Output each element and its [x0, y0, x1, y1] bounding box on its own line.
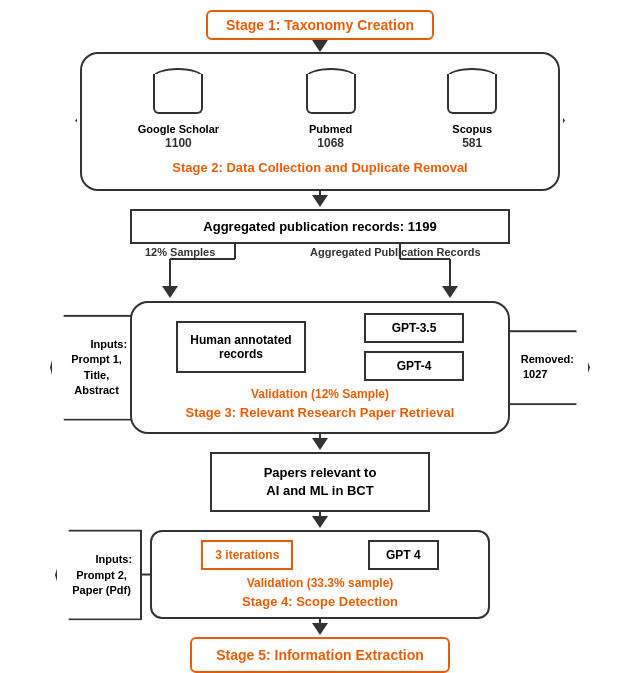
- stage1-box: Stage 1: Taxonomy Creation: [206, 10, 434, 40]
- stage4-left-input: Inputs: Prompt 2, Paper (Pdf): [55, 529, 152, 620]
- stage1-label: Stage 1: Taxonomy Creation: [226, 17, 414, 33]
- svg-text:Aggregated Publication Records: Aggregated Publication Records: [310, 246, 481, 258]
- papers-box: Papers relevant to AI and ML in BCT: [210, 452, 430, 512]
- stage5-label: Stage 5: Information Extraction: [216, 647, 424, 663]
- gpt35-box: GPT-3.5: [364, 313, 464, 343]
- stage4-container: 3 iterations GPT 4 Validation (33.3% sam…: [150, 530, 490, 619]
- split-arrows-area: 12% Samples Aggregated Publication Recor…: [130, 244, 510, 299]
- db-scopus: Scopus 581: [442, 64, 502, 150]
- main-diagram: Stage 1: Taxonomy Creation Input: Titles…: [10, 10, 630, 673]
- stage4-inner-row: 3 iterations GPT 4: [164, 540, 476, 570]
- db-count-google: 1100: [165, 136, 192, 150]
- db-count-scopus: 581: [462, 136, 482, 150]
- stage4-outer: Inputs: Prompt 2, Paper (Pdf) 3 iteratio…: [50, 530, 590, 619]
- stage5-box: Stage 5: Information Extraction: [190, 637, 450, 673]
- aggregated-box: Aggregated publication records: 1199: [130, 209, 510, 244]
- db-pubmed: Pubmed 1068: [301, 64, 361, 150]
- db-count-pubmed: 1068: [317, 136, 344, 150]
- split-right-arrow: Aggregated Publication Records: [300, 244, 500, 299]
- cylinder-body-pubmed: [306, 74, 356, 114]
- stage3-input-chevron: Inputs: Prompt 1, Title, Abstract: [50, 314, 137, 420]
- gpt-col: GPT-3.5 GPT-4: [364, 313, 464, 381]
- human-annotated-box: Human annotated records: [176, 321, 306, 373]
- stage3-validation-label: Validation (12% Sample): [147, 387, 493, 401]
- stage2-content: Google Scholar 1100 Pubmed 1068: [97, 64, 543, 177]
- cylinder-google: [148, 64, 208, 119]
- arrow-head-3: [312, 438, 328, 450]
- db-label-pubmed: Pubmed: [309, 123, 352, 136]
- cylinder-pubmed: [301, 64, 361, 119]
- arrow-head-2: [312, 195, 328, 207]
- db-google-scholar: Google Scholar 1100: [138, 64, 219, 150]
- cylinder-body-scopus: [447, 74, 497, 114]
- stage2-container: Google Scholar 1100 Pubmed 1068: [80, 52, 560, 191]
- stage3-container: Human annotated records GPT-3.5 GPT-4 Va…: [130, 301, 510, 434]
- stage4-gpt4-box: GPT 4: [368, 540, 439, 570]
- cylinder-body-google: [153, 74, 203, 114]
- db-label-google: Google Scholar: [138, 123, 219, 136]
- stage4-validation-label: Validation (33.3% sample): [164, 576, 476, 590]
- svg-marker-8: [442, 286, 458, 298]
- arrow-head-4: [312, 516, 328, 528]
- arrow-head-5: [312, 623, 328, 635]
- arrow-2-wrapper: [312, 191, 328, 207]
- db-label-scopus: Scopus: [452, 123, 492, 136]
- svg-marker-3: [162, 286, 178, 298]
- stage4-label: Stage 4: Scope Detection: [164, 594, 476, 609]
- aggregated-label: Aggregated publication records: 1199: [203, 219, 436, 234]
- arrow-5-wrapper: [312, 619, 328, 635]
- stage2-label: Stage 2: Data Collection and Duplicate R…: [172, 160, 467, 177]
- svg-text:12% Samples: 12% Samples: [145, 246, 215, 258]
- gpt4-box: GPT-4: [364, 351, 464, 381]
- arrow-4-wrapper: [312, 512, 328, 528]
- stage4-input-chevron: Inputs: Prompt 2, Paper (Pdf): [55, 529, 142, 620]
- databases-row: Google Scholar 1100 Pubmed 1068: [97, 64, 543, 150]
- arrow-3-wrapper: [312, 434, 328, 450]
- iterations-box: 3 iterations: [201, 540, 293, 570]
- stage2-wrapper: Input: Titles Removed:1550: [80, 50, 560, 191]
- cylinder-scopus: [442, 64, 502, 119]
- stage3-inner-row: Human annotated records GPT-3.5 GPT-4: [147, 313, 493, 381]
- stage3-outer: Inputs: Prompt 1, Title, Abstract Remove…: [50, 301, 590, 434]
- conn-line-s4l: [142, 574, 152, 576]
- stage3-label: Stage 3: Relevant Research Paper Retriev…: [147, 405, 493, 420]
